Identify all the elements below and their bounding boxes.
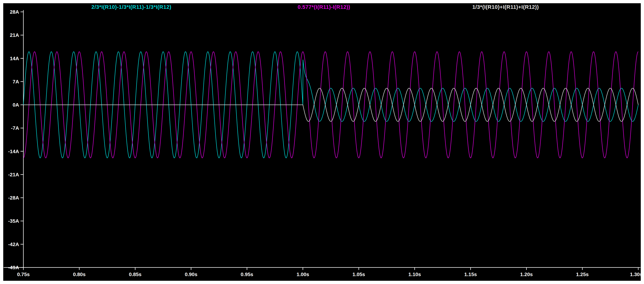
waveform-plot-area[interactable]: 28A21A14A7A0A-7A-14A-21A-28A-35A-42A-49A… (0, 0, 644, 284)
trace-label-clarke-alpha[interactable]: 2/3*I(R10)-1/3*I(R11)-1/3*I(R12) (92, 4, 172, 10)
waveform-viewer-window: 28A21A14A7A0A-7A-14A-21A-28A-35A-42A-49A… (0, 0, 644, 284)
svg-text:1.00s: 1.00s (297, 272, 309, 277)
svg-text:1.05s: 1.05s (352, 272, 365, 277)
svg-text:7A: 7A (12, 79, 19, 84)
trace-label-zero-sequence[interactable]: 1/3*(I(R10)+I(R11)+I(R12)) (472, 4, 539, 10)
svg-text:28A: 28A (10, 9, 19, 15)
svg-text:-35A: -35A (8, 218, 19, 224)
svg-text:0.75s: 0.75s (17, 272, 30, 277)
svg-text:1.20s: 1.20s (520, 272, 533, 277)
svg-text:-7A: -7A (11, 125, 19, 131)
svg-text:-42A: -42A (8, 242, 19, 247)
svg-text:0.95s: 0.95s (241, 272, 253, 277)
svg-text:0A: 0A (12, 102, 19, 108)
svg-text:1.30s: 1.30s (630, 272, 642, 277)
svg-text:1.25s: 1.25s (576, 272, 588, 277)
svg-text:-14A: -14A (8, 149, 19, 154)
svg-text:1.10s: 1.10s (408, 272, 421, 277)
svg-text:0.80s: 0.80s (73, 272, 86, 277)
svg-text:-49A: -49A (8, 265, 19, 270)
svg-text:-21A: -21A (8, 172, 19, 177)
svg-text:21A: 21A (10, 32, 19, 38)
svg-text:0.90s: 0.90s (185, 272, 197, 277)
svg-text:0.85s: 0.85s (129, 272, 142, 277)
svg-text:14A: 14A (10, 56, 19, 61)
svg-text:-28A: -28A (8, 195, 19, 201)
trace-label-clarke-beta[interactable]: 0.577*(I(R11)-I(R12)) (298, 4, 350, 10)
svg-text:1.15s: 1.15s (464, 272, 477, 277)
